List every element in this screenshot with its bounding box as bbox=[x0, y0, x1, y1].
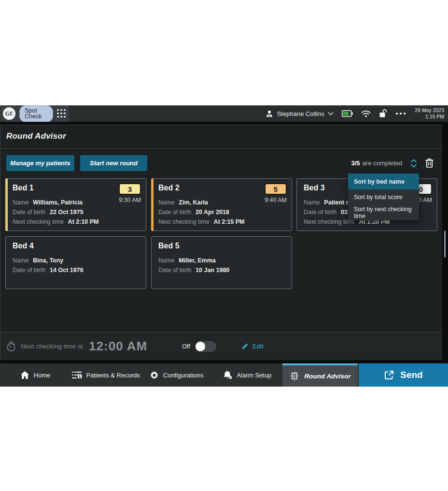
dob-label: Date of birth bbox=[158, 267, 191, 274]
battery-icon bbox=[342, 110, 353, 117]
screen: GE Spot Check Stephane Collins bbox=[0, 0, 448, 491]
bottom-navigation-bar: Home Patients & Records Configurations A… bbox=[0, 363, 448, 387]
next-checking-time-value: 12:00 AM bbox=[89, 339, 147, 354]
user-name: Stephane Collins bbox=[277, 110, 324, 117]
patient-name: Zim, Karla bbox=[179, 199, 208, 206]
next-checking-label: Next checking time bbox=[13, 218, 64, 225]
score-badge: 5 bbox=[265, 183, 287, 195]
next-checking-time: At 2:15 PM bbox=[214, 218, 245, 225]
sort-option-total-score[interactable]: Sort by total score bbox=[348, 189, 419, 205]
score-accent-bar bbox=[151, 178, 154, 231]
next-checking-time: At 2:10 PM bbox=[68, 218, 99, 225]
next-checking-toggle[interactable] bbox=[195, 341, 216, 352]
sort-chevrons-icon[interactable] bbox=[409, 159, 418, 168]
dob-label: Date of birth bbox=[158, 209, 191, 216]
dob-label: Date of birth bbox=[13, 209, 45, 216]
name-label: Name bbox=[158, 257, 174, 264]
sort-option-next-checking-time[interactable]: Sort by next checking time bbox=[348, 205, 419, 220]
completed-label: are completed bbox=[363, 159, 402, 167]
date-text: 29 May 2023 bbox=[414, 107, 444, 114]
nav-round-advisor-active[interactable]: Round Advisor bbox=[282, 363, 358, 387]
name-label: Name bbox=[304, 199, 320, 206]
bed-card[interactable]: Bed 2 5 9:40 AM NameZim, Karla Date of b… bbox=[151, 178, 292, 231]
nav-home[interactable]: Home bbox=[0, 363, 70, 387]
dob-label: Date of birth bbox=[13, 267, 45, 274]
next-checking-label: Next checking time bbox=[304, 218, 355, 225]
nav-patients-records[interactable]: Patients & Records bbox=[70, 363, 141, 387]
alarm-bell-gear-icon bbox=[223, 371, 233, 380]
score-time: 9:30 AM bbox=[119, 197, 141, 203]
header-divider bbox=[0, 148, 442, 149]
bed-title: Bed 4 bbox=[13, 242, 140, 250]
completed-status: 3/5are completed bbox=[351, 159, 402, 167]
apps-grid-icon[interactable] bbox=[57, 109, 66, 118]
nav-alarm-setup[interactable]: Alarm Setup bbox=[212, 363, 282, 387]
start-round-button[interactable]: Start new round bbox=[80, 155, 147, 171]
pencil-icon bbox=[241, 343, 249, 350]
manage-patients-button[interactable]: Manage my patients bbox=[6, 155, 74, 171]
next-checking-time-label: Next checking time at bbox=[21, 343, 83, 350]
gear-icon bbox=[150, 371, 159, 380]
nav-patients-records-label: Patients & Records bbox=[86, 372, 140, 379]
name-label: Name bbox=[13, 199, 28, 206]
ge-logo: GE bbox=[3, 107, 15, 120]
patient-name: Bina, Tony bbox=[33, 257, 63, 264]
more-options-icon[interactable] bbox=[395, 112, 406, 115]
clinician-icon bbox=[265, 109, 274, 118]
topbar-status-section: Stephane Collins 29 May 2023 1:15 PM bbox=[265, 105, 448, 122]
app-name-pill[interactable]: Spot Check bbox=[19, 105, 53, 122]
name-label: Name bbox=[13, 257, 28, 264]
user-menu[interactable]: Stephane Collins bbox=[265, 109, 334, 118]
bed-card[interactable]: Bed 4 NameBina, Tony Date of birth14 Oct… bbox=[5, 236, 146, 289]
patient-dob: 22 Oct 1975 bbox=[50, 209, 84, 216]
nav-configurations[interactable]: Configurations bbox=[141, 363, 212, 387]
stopwatch-icon bbox=[6, 341, 16, 352]
nav-alarm-setup-label: Alarm Setup bbox=[237, 372, 272, 379]
nav-home-label: Home bbox=[34, 372, 51, 379]
home-icon bbox=[20, 371, 29, 379]
send-button[interactable]: Send bbox=[359, 363, 448, 387]
round-advisor-icon bbox=[289, 371, 300, 381]
sort-option-bed-name[interactable]: Sort by bed name bbox=[348, 173, 419, 189]
scrollbar-thumb[interactable] bbox=[444, 231, 446, 258]
toggle-state-label: Off bbox=[182, 343, 190, 350]
patient-dob: 20 Apr 2018 bbox=[196, 209, 229, 216]
bed-card[interactable]: Bed 5 NameMiller, Emma Date of birth10 J… bbox=[151, 236, 292, 289]
patient-name: Miller, Emma bbox=[179, 257, 215, 264]
score-badge: 3 bbox=[119, 183, 141, 195]
toggle-knob bbox=[196, 342, 205, 351]
chevron-down-icon bbox=[328, 112, 334, 116]
top-status-bar: GE Spot Check Stephane Collins bbox=[0, 105, 448, 122]
patient-dob: 10 Jan 1980 bbox=[196, 267, 229, 274]
dob-label: Date of birth bbox=[304, 209, 336, 216]
round-advisor-panel: Round Advisor Manage my patients Start n… bbox=[0, 125, 442, 360]
bed-title: Bed 5 bbox=[158, 242, 286, 250]
next-checking-label: Next checking time bbox=[158, 218, 210, 225]
score-time: 9:40 AM bbox=[265, 197, 287, 203]
wifi-icon bbox=[361, 110, 371, 117]
unlock-icon[interactable] bbox=[379, 109, 387, 118]
send-label: Send bbox=[400, 370, 422, 380]
nav-round-advisor-label: Round Advisor bbox=[304, 373, 350, 380]
topbar-app-section: GE Spot Check bbox=[0, 105, 69, 122]
nav-configurations-label: Configurations bbox=[163, 372, 204, 379]
time-text: 1:15 PM bbox=[414, 114, 444, 120]
edit-button[interactable]: Edit bbox=[241, 343, 264, 350]
name-label: Name bbox=[158, 199, 174, 206]
next-checking-time-bar: Next checking time at 12:00 AM Off Edit bbox=[0, 332, 442, 360]
completed-status-group: 3/5are completed bbox=[351, 155, 434, 171]
divider-strip-bottom bbox=[0, 360, 448, 363]
completed-count: 3/5 bbox=[351, 159, 360, 167]
patients-records-icon bbox=[72, 371, 82, 379]
datetime-display: 29 May 2023 1:15 PM bbox=[414, 107, 444, 120]
trash-icon[interactable] bbox=[425, 159, 434, 168]
patient-dob: 14 Oct 1976 bbox=[50, 267, 84, 274]
score-accent-bar bbox=[5, 178, 8, 231]
patient-name: Williams, Patricia bbox=[33, 199, 83, 206]
send-icon bbox=[384, 370, 394, 380]
bed-card[interactable]: Bed 1 3 9:30 AM NameWilliams, Patricia D… bbox=[5, 178, 146, 231]
page-title: Round Advisor bbox=[6, 131, 66, 141]
sort-dropdown-menu: Sort by bed name Sort by total score Sor… bbox=[348, 173, 419, 220]
scrollbar-track bbox=[442, 125, 448, 360]
edit-label: Edit bbox=[252, 343, 264, 350]
